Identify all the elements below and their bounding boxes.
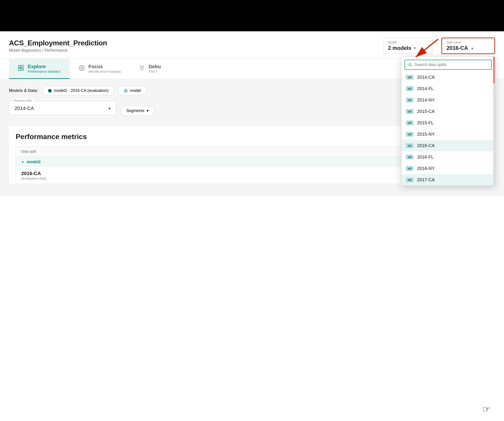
- debug-main-label: Debu: [149, 64, 161, 70]
- title-block: ACS_Employment_Prediction Model diagnost…: [9, 39, 107, 53]
- search-box[interactable]: [405, 60, 492, 70]
- debug-tab-text: Debu Find f: [149, 64, 161, 73]
- model-selector-arrow: ▾: [414, 46, 415, 50]
- split-badge: all: [406, 166, 414, 171]
- svg-rect-4: [18, 68, 21, 71]
- split-name: 2015-FL: [417, 120, 434, 126]
- svg-line-14: [140, 66, 141, 67]
- baseline-selector[interactable]: Baseline data 2014-CA ▾: [9, 101, 116, 115]
- focus-main-label: Focus: [89, 64, 121, 70]
- explore-main-label: Explore: [28, 64, 61, 70]
- baseline-value-row: 2014-CA ▾: [15, 106, 111, 111]
- breadcrumb: Model diagnostics / Performance: [9, 48, 107, 53]
- split-badge: all: [406, 178, 414, 182]
- split-name: 2016-CA: [417, 143, 435, 148]
- group-chevron-icon: ▼: [21, 160, 24, 164]
- split-badge: all: [406, 155, 414, 159]
- model-selector-label: Model: [388, 41, 428, 44]
- focus-icon: [79, 65, 85, 72]
- main-container: ACS_Employment_Prediction Model diagnost…: [0, 31, 504, 421]
- svg-point-8: [81, 67, 83, 69]
- model-chip-2[interactable]: model: [119, 86, 146, 96]
- explore-tab-text: Explore Performance statistics: [28, 64, 61, 73]
- debug-sub-label: Find f: [149, 70, 161, 73]
- svg-rect-3: [21, 65, 24, 68]
- split-name: 2016-NY: [417, 166, 435, 171]
- model-chip-2-label: model: [130, 88, 141, 93]
- svg-point-11: [141, 67, 143, 69]
- split-badge: all: [406, 143, 414, 148]
- split-list-item[interactable]: all 2015-NY: [402, 129, 495, 140]
- explore-sub-label: Performance statistics: [28, 70, 61, 73]
- split-list-item[interactable]: all 2014-NY: [402, 94, 495, 106]
- model-chip-1[interactable]: model2 - 2016-CA (evaluation): [42, 86, 114, 96]
- split-name: 2017-CA: [417, 177, 435, 182]
- segments-label: Segments: [126, 108, 144, 113]
- dot-dark-icon: [48, 89, 52, 93]
- scrollbar[interactable]: [493, 57, 495, 186]
- focus-sub-label: Identify error hotspots: [89, 70, 121, 73]
- split-name-selector[interactable]: Split name 2016-CA ▲: [441, 37, 495, 54]
- top-bar: [0, 0, 504, 31]
- debug-icon: [139, 65, 145, 72]
- split-name: 2015-NY: [417, 132, 435, 137]
- svg-line-15: [143, 66, 144, 67]
- svg-point-16: [409, 63, 411, 66]
- split-badge: all: [406, 132, 414, 137]
- split-list-item[interactable]: all 2014-FL: [402, 83, 495, 94]
- split-selector-value: 2016-CA ▲: [447, 45, 490, 51]
- split-badge: all: [406, 98, 414, 102]
- segments-chevron-icon: ▾: [147, 108, 149, 113]
- split-list-item[interactable]: all 2016-NY: [402, 163, 495, 174]
- split-badge: all: [406, 86, 414, 91]
- svg-line-17: [411, 65, 412, 66]
- split-selector-label: Split name: [447, 41, 490, 44]
- svg-point-5: [22, 68, 24, 70]
- baseline-value: 2014-CA: [15, 106, 104, 111]
- split-selector-arrow: ▲: [471, 46, 474, 50]
- split-name: 2015-CA: [417, 109, 435, 114]
- svg-rect-2: [18, 65, 21, 68]
- svg-line-6: [23, 70, 24, 71]
- group-name: model2: [27, 160, 41, 164]
- split-list-item[interactable]: all 2016-FL: [402, 151, 495, 163]
- split-list-item[interactable]: all 2017-CA: [402, 174, 495, 186]
- split-dropdown-panel: all 2014-CA all 2014-FL all 2014-NY all …: [401, 56, 495, 186]
- dot-light-icon: [124, 89, 128, 93]
- split-list-item[interactable]: all 2016-CA: [402, 140, 495, 151]
- split-badge: all: [406, 75, 414, 80]
- split-badge: all: [406, 120, 414, 125]
- segments-button[interactable]: Segments ▾: [121, 106, 154, 116]
- scrollbar-thumb[interactable]: [493, 57, 495, 83]
- split-list-item[interactable]: all 2015-CA: [402, 106, 495, 117]
- split-name: 2014-CA: [417, 75, 435, 80]
- split-name: 2014-NY: [417, 97, 435, 103]
- split-name: 2016-FL: [417, 155, 434, 160]
- split-badge: all: [406, 109, 414, 114]
- model-chip-1-label: model2 - 2016-CA (evaluation): [54, 88, 108, 93]
- explore-icon: [18, 65, 24, 72]
- header: ACS_Employment_Prediction Model diagnost…: [0, 31, 504, 59]
- tab-debug[interactable]: Debu Find f: [130, 59, 170, 79]
- split-list-item[interactable]: all 2015-FL: [402, 117, 495, 129]
- search-icon: [408, 63, 412, 67]
- model-selector[interactable]: Model 2 models ▾: [383, 38, 432, 54]
- cursor-hand-icon: ☞: [483, 404, 491, 414]
- search-input[interactable]: [414, 62, 488, 67]
- app-title: ACS_Employment_Prediction: [9, 39, 107, 47]
- models-data-label: Models & Data:: [9, 88, 38, 93]
- baseline-label: Baseline data: [13, 99, 33, 102]
- focus-tab-text: Focus Identify error hotspots: [89, 64, 121, 73]
- tab-focus[interactable]: Focus Identify error hotspots: [70, 59, 130, 79]
- tab-explore[interactable]: Explore Performance statistics: [9, 59, 70, 79]
- baseline-chevron-icon: ▾: [108, 106, 111, 111]
- split-list-item[interactable]: all 2014-CA: [402, 72, 495, 83]
- model-selector-value: 2 models ▾: [388, 45, 428, 51]
- split-list: all 2014-CA all 2014-FL all 2014-NY all …: [402, 72, 495, 186]
- split-name: 2014-FL: [417, 86, 434, 91]
